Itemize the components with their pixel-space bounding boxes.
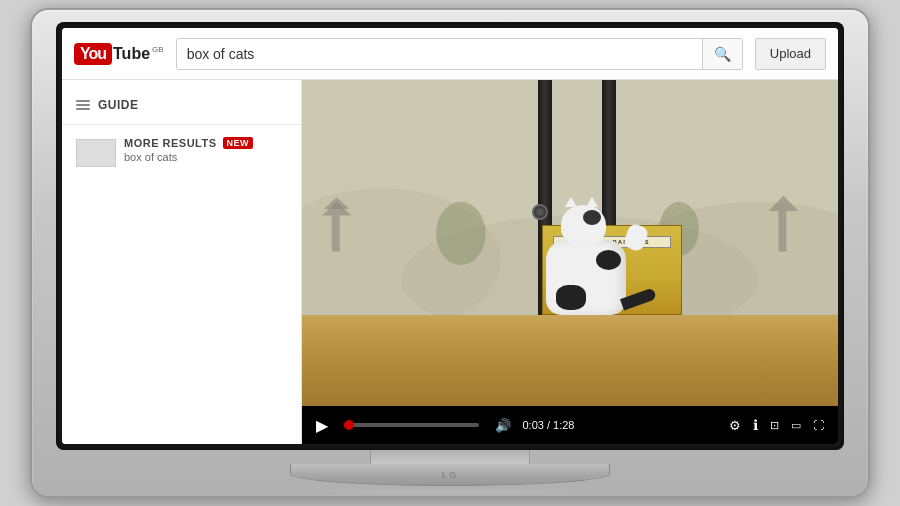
upload-button[interactable]: Upload (755, 38, 826, 70)
more-results-query: box of cats (124, 151, 253, 163)
search-input[interactable] (177, 39, 702, 69)
cat-head-spot (583, 210, 601, 225)
time-display: 0:03 / 1:28 (523, 419, 575, 431)
sidebar: GUIDE MORE RESULTS NEW box of cats (62, 80, 302, 444)
more-results-info: MORE RESULTS NEW box of cats (124, 137, 253, 163)
settings-button[interactable]: ⚙ (725, 416, 745, 435)
search-bar: 🔍 (176, 38, 743, 70)
cat-figure (546, 240, 626, 315)
cat-head (561, 205, 606, 245)
guide-label: GUIDE (98, 98, 139, 112)
sidebar-divider (62, 124, 301, 125)
cat-body (546, 240, 626, 315)
svg-rect-9 (778, 211, 786, 252)
tv-screen: You Tube GB 🔍 Upload (62, 28, 838, 444)
video-area: PREMIUM BANANAS 5H (302, 80, 838, 444)
video-scene: PREMIUM BANANAS 5H (302, 80, 838, 406)
sidebar-item-guide[interactable]: GUIDE (62, 90, 301, 120)
guide-icon (76, 100, 90, 110)
svg-rect-4 (332, 215, 340, 251)
miniplayer-button[interactable]: ⊡ (766, 417, 783, 434)
logo-country: GB (152, 45, 164, 54)
search-button[interactable]: 🔍 (702, 39, 742, 69)
tv-stand: LG (56, 450, 844, 496)
sidebar-item-more-results[interactable]: MORE RESULTS NEW box of cats (62, 129, 301, 175)
cat-spot-2 (556, 285, 586, 310)
progress-dot (344, 420, 354, 430)
logo-tube: Tube (113, 45, 150, 63)
more-results-label: MORE RESULTS (124, 137, 217, 149)
new-badge: NEW (223, 137, 254, 149)
cat-spot-1 (596, 250, 621, 270)
youtube-header: You Tube GB 🔍 Upload (62, 28, 838, 80)
tv-base: LG (290, 464, 610, 486)
cat-ear-left (565, 197, 577, 207)
tv-base-reflection (300, 488, 600, 496)
svg-point-7 (436, 202, 486, 265)
table-surface (302, 315, 838, 406)
logo-you: You (74, 43, 112, 65)
cat-ear-right (586, 197, 598, 207)
progress-bar[interactable] (344, 423, 479, 427)
fullscreen-button[interactable]: ⛶ (809, 417, 828, 433)
result-thumbnail (76, 139, 116, 167)
video-controls-bar: ▶ 🔊 0:03 / 1:28 ⚙ ℹ ⊡ ▭ (302, 406, 838, 444)
volume-button[interactable]: 🔊 (491, 416, 515, 435)
tv-brand-label: LG (442, 470, 459, 480)
tv-bezel: You Tube GB 🔍 Upload (56, 22, 844, 450)
video-frame[interactable]: PREMIUM BANANAS 5H (302, 80, 838, 406)
more-results-label-row: MORE RESULTS NEW (124, 137, 253, 149)
tv-neck (370, 450, 530, 464)
info-button[interactable]: ℹ (749, 415, 762, 435)
search-icon: 🔍 (714, 46, 731, 62)
controls-right: ⚙ ℹ ⊡ ▭ ⛶ (725, 415, 828, 435)
main-content: GUIDE MORE RESULTS NEW box of cats (62, 80, 838, 444)
tv-frame: You Tube GB 🔍 Upload (30, 8, 870, 498)
theater-button[interactable]: ▭ (787, 417, 805, 434)
youtube-logo[interactable]: You Tube GB (74, 43, 164, 65)
play-button[interactable]: ▶ (312, 414, 332, 437)
